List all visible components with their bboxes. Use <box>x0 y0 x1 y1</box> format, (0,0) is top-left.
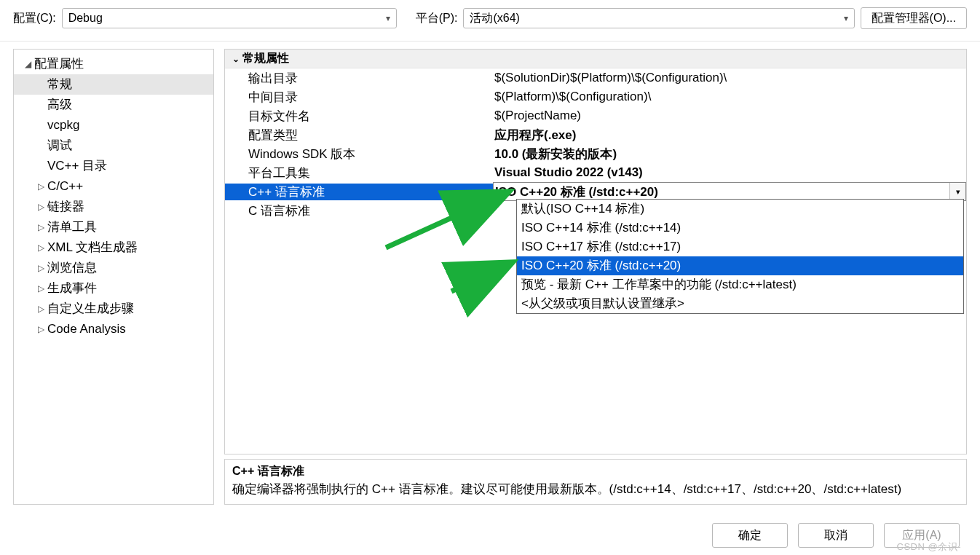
ok-label: 确定 <box>738 528 762 543</box>
property-name: 平台工具集 <box>225 165 493 181</box>
property-group-header[interactable]: ⌄ 常规属性 <box>225 50 966 68</box>
description-title: C++ 语言标准 <box>232 464 959 479</box>
sidebar-item[interactable]: ▷自定义生成步骤 <box>14 299 213 319</box>
sidebar-tree[interactable]: ◢ 配置属性 常规高级vcpkg调试VC++ 目录▷C/C++▷链接器▷清单工具… <box>13 49 214 505</box>
platform-select[interactable]: 活动(x64) ▾ <box>463 8 854 28</box>
sidebar-item[interactable]: ▷XML 文档生成器 <box>14 237 213 258</box>
property-value: Visual Studio 2022 (v143) <box>493 165 966 180</box>
chevron-down-icon: ▾ <box>386 13 390 23</box>
sidebar-item-label: vcpkg <box>47 116 79 135</box>
property-value: 10.0 (最新安装的版本) <box>493 146 966 162</box>
sidebar-item[interactable]: 常规 <box>14 74 213 95</box>
property-value: $(SolutionDir)$(Platform)\$(Configuratio… <box>493 71 966 85</box>
watermark: CSDN @余识- <box>897 540 961 554</box>
cancel-button[interactable]: 取消 <box>798 523 874 548</box>
cancel-label: 取消 <box>824 528 847 543</box>
caret-right-icon: ▷ <box>34 259 47 278</box>
property-name: 输出目录 <box>225 70 493 87</box>
sidebar-item[interactable]: ▷链接器 <box>14 197 213 217</box>
chevron-down-icon[interactable]: ▾ <box>949 183 965 200</box>
config-value: Debug <box>68 12 103 25</box>
config-manager-button[interactable]: 配置管理器(O)... <box>861 7 967 29</box>
property-name: 配置类型 <box>225 127 493 143</box>
dropdown-option[interactable]: ISO C++14 标准 (/std:c++14) <box>517 219 963 237</box>
sidebar-item[interactable]: ▷浏览信息 <box>14 258 213 278</box>
property-row[interactable]: 输出目录$(SolutionDir)$(Platform)\$(Configur… <box>225 68 966 87</box>
dropdown-option[interactable]: ISO C++20 标准 (/std:c++20) <box>517 256 963 275</box>
property-value: 应用程序(.exe) <box>493 127 966 143</box>
config-select[interactable]: Debug ▾ <box>62 8 397 28</box>
property-row[interactable]: 目标文件名$(ProjectName) <box>225 106 966 125</box>
sidebar-item-label: C/C++ <box>47 177 83 196</box>
caret-right-icon: ▷ <box>34 197 47 216</box>
caret-right-icon: ▷ <box>34 238 47 257</box>
caret-right-icon: ▷ <box>34 299 47 318</box>
caret-right-icon: ▷ <box>34 177 47 196</box>
sidebar-item-label: 自定义生成步骤 <box>47 299 134 318</box>
property-row[interactable]: Windows SDK 版本10.0 (最新安装的版本) <box>225 144 966 163</box>
sidebar-item-label: VC++ 目录 <box>47 157 107 176</box>
description-body: 确定编译器将强制执行的 C++ 语言标准。建议尽可能使用最新版本。(/std:c… <box>232 481 959 498</box>
property-group-title: 常规属性 <box>242 51 289 66</box>
sidebar-item[interactable]: vcpkg <box>14 115 213 135</box>
sidebar-item-label: 高级 <box>47 95 72 114</box>
caret-right-icon: ▷ <box>34 218 47 237</box>
sidebar-item-label: XML 文档生成器 <box>47 238 138 257</box>
property-name: 目标文件名 <box>225 108 493 125</box>
dropdown-option[interactable]: ISO C++17 标准 (/std:c++17) <box>517 237 963 256</box>
platform-label: 平台(P): <box>416 11 458 26</box>
sidebar-item[interactable]: 调试 <box>14 135 213 156</box>
ok-button[interactable]: 确定 <box>712 523 788 548</box>
property-row[interactable]: 中间目录$(Platform)\$(Configuration)\ <box>225 87 966 106</box>
tree-root-label: 配置属性 <box>34 55 84 74</box>
sidebar-item[interactable]: ▷清单工具 <box>14 217 213 237</box>
sidebar-item-label: Code Analysis <box>47 320 126 339</box>
property-name: C++ 语言标准 <box>225 184 493 200</box>
dropdown-option[interactable]: 预览 - 最新 C++ 工作草案中的功能 (/std:c++latest) <box>517 275 963 294</box>
sidebar-item-label: 浏览信息 <box>47 259 97 278</box>
property-value: $(Platform)\$(Configuration)\ <box>493 90 966 104</box>
tree-root-config-properties[interactable]: ◢ 配置属性 <box>14 54 213 74</box>
caret-right-icon: ▷ <box>34 279 47 298</box>
sidebar-item-label: 常规 <box>47 75 72 94</box>
toolbar: 配置(C): Debug ▾ 平台(P): 活动(x64) ▾ 配置管理器(O)… <box>0 0 980 42</box>
property-name: C 语言标准 <box>225 202 493 219</box>
sidebar-item-label: 清单工具 <box>47 218 97 237</box>
property-row[interactable]: 配置类型应用程序(.exe) <box>225 125 966 144</box>
dropdown-option[interactable]: <从父级或项目默认设置继承> <box>517 294 963 313</box>
property-row[interactable]: 平台工具集Visual Studio 2022 (v143) <box>225 163 966 182</box>
property-name: Windows SDK 版本 <box>225 146 493 162</box>
config-manager-label: 配置管理器(O)... <box>872 11 956 26</box>
sidebar-item-label: 调试 <box>47 136 72 155</box>
caret-right-icon: ▷ <box>34 320 47 339</box>
sidebar-item[interactable]: 高级 <box>14 95 213 115</box>
sidebar-item[interactable]: ▷C/C++ <box>14 176 213 197</box>
sidebar-item-label: 链接器 <box>47 197 84 216</box>
config-label: 配置(C): <box>13 11 56 26</box>
sidebar-item[interactable]: VC++ 目录 <box>14 156 213 176</box>
property-name: 中间目录 <box>225 89 493 106</box>
caret-down-icon: ⌄ <box>229 54 242 64</box>
property-value: ISO C++20 标准 (/std:c++20) <box>494 184 949 200</box>
cpp-standard-dropdown[interactable]: 默认(ISO C++14 标准)ISO C++14 标准 (/std:c++14… <box>516 199 964 314</box>
sidebar-item[interactable]: ▷生成事件 <box>14 278 213 299</box>
caret-down-icon: ◢ <box>21 55 34 74</box>
sidebar-item-label: 生成事件 <box>47 279 97 298</box>
property-grid[interactable]: ⌄ 常规属性 输出目录$(SolutionDir)$(Platform)\$(C… <box>224 49 967 454</box>
description-pane: C++ 语言标准 确定编译器将强制执行的 C++ 语言标准。建议尽可能使用最新版… <box>224 459 967 505</box>
property-value: $(ProjectName) <box>493 109 966 123</box>
dropdown-option[interactable]: 默认(ISO C++14 标准) <box>517 200 963 219</box>
chevron-down-icon: ▾ <box>844 13 848 23</box>
platform-value: 活动(x64) <box>470 11 519 26</box>
sidebar-item[interactable]: ▷Code Analysis <box>14 319 213 339</box>
